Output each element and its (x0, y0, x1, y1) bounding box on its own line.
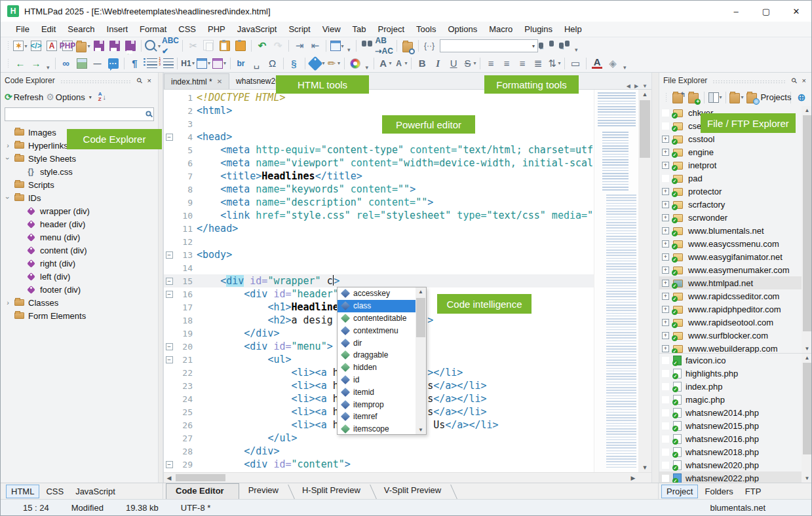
italic-icon[interactable]: I (431, 56, 445, 71)
options-label[interactable]: Options (56, 92, 85, 102)
menu-project[interactable]: Project (372, 22, 410, 37)
expand-plus-icon[interactable]: + (662, 319, 669, 326)
folder-inetprot[interactable]: +✓inetprot (659, 158, 812, 172)
tab-preview[interactable]: Preview (239, 483, 293, 499)
decrease-font-icon[interactable]: A▾ (393, 56, 408, 71)
search-input[interactable] (5, 110, 145, 119)
autocomplete-item-dir[interactable]: dir (338, 337, 416, 349)
autocomplete-scrollbar[interactable]: ▲ ▼ (416, 287, 426, 434)
tab-code-editor[interactable]: Code Editor (166, 483, 239, 499)
tree-item-footer-div-[interactable]: footer (div) (1, 283, 158, 296)
code-line-10[interactable]: 10 <link href="style.css" rel="styleshee… (164, 209, 594, 222)
tree-item-classes[interactable]: ›Classes (1, 296, 158, 309)
dropdown-arrow-icon[interactable]: ▾ (87, 43, 90, 49)
scroll-up-icon[interactable]: ▲ (638, 91, 651, 98)
autocomplete-item-itemref[interactable]: itemref (338, 411, 416, 423)
find-next-icon[interactable] (557, 39, 571, 53)
tree-item-menu-div-[interactable]: menu (div) (1, 230, 158, 244)
expand-plus-icon[interactable]: + (662, 149, 669, 156)
toolbar-overflow-icon[interactable]: ▾ (572, 46, 581, 53)
folder-csstool[interactable]: +✓csstool (659, 132, 812, 145)
minimize-button[interactable]: – (721, 1, 751, 22)
tab-scroll-left-icon[interactable]: ◀ (627, 83, 630, 89)
fold-marker[interactable]: − (164, 134, 174, 141)
text-document-icon[interactable]: A (45, 39, 59, 53)
autocomplete-item-hidden[interactable]: hidden (338, 361, 416, 374)
expand-plus-icon[interactable]: + (662, 201, 669, 208)
dropdown-arrow-icon[interactable]: ▾ (338, 60, 340, 66)
toolbar-overflow-icon[interactable]: ▾ (345, 46, 353, 53)
toolbar-overflow-icon[interactable]: ▾ (363, 64, 372, 71)
scroll-down-icon[interactable]: ▼ (416, 427, 426, 433)
open-file-icon[interactable]: ▾ (76, 39, 90, 53)
scroll-up-icon[interactable]: ▲ (802, 355, 812, 361)
tree-item-style-css[interactable]: {}style.css (1, 165, 158, 178)
tree-item-scripts[interactable]: Scripts (1, 178, 158, 191)
script-icon[interactable]: § (287, 56, 301, 71)
fold-marker[interactable]: − (164, 291, 174, 298)
web-upload-icon[interactable]: ⊕ (794, 90, 809, 105)
form-icon[interactable]: ▾ (212, 56, 227, 71)
pin-icon[interactable]: ⚲ (132, 74, 146, 88)
expand-plus-icon[interactable]: + (662, 188, 669, 195)
heading-icon[interactable]: H1▾ (181, 56, 195, 71)
code-line-4[interactable]: −4<head> (164, 130, 594, 143)
folder-pad[interactable]: ✓pad (659, 172, 812, 185)
expand-plus-icon[interactable]: + (662, 136, 669, 143)
find-icon[interactable] (360, 39, 374, 53)
code-line-6[interactable]: 6 <meta name="viewport" content="width=d… (164, 157, 594, 170)
dropdown-arrow-icon[interactable]: ▾ (405, 60, 408, 66)
code-line-2[interactable]: 2<html> (164, 104, 594, 117)
code-line-7[interactable]: 7 <title>Headlines</title> (164, 170, 594, 183)
folders-icon[interactable]: ▾ (729, 90, 744, 105)
file-whatsnew2016-php[interactable]: ✓whatsnew2016.php (659, 432, 812, 445)
pin-icon[interactable]: ⚲ (787, 74, 801, 88)
toolbar-grip[interactable] (665, 92, 667, 103)
dropdown-arrow-icon[interactable]: ▾ (720, 94, 722, 100)
dropdown-arrow-icon[interactable]: ▾ (223, 60, 226, 66)
expander-icon[interactable]: › (3, 194, 12, 202)
numbered-list-icon[interactable] (159, 56, 174, 71)
expand-plus-icon[interactable]: + (662, 162, 669, 169)
folders-scrollbar[interactable]: ▲ ▼ (802, 106, 812, 353)
folder-www-blumentals-net[interactable]: +✓www.blumentals.net (659, 224, 812, 237)
menu-javascript[interactable]: JavaScript (231, 22, 283, 37)
sort-icon[interactable]: AZ (98, 92, 102, 102)
folder-www-rapidseotool-com[interactable]: +✓www.rapidseotool.com (659, 316, 812, 329)
menu-format[interactable]: Format (134, 22, 172, 37)
undo-icon[interactable]: ↶ (255, 39, 269, 53)
file-magic-php[interactable]: ✓magic.php (659, 393, 812, 406)
replace-icon[interactable]: AB ⇢AC (376, 39, 393, 53)
menu-tab[interactable]: Tab (347, 22, 372, 37)
expand-plus-icon[interactable]: + (662, 306, 669, 313)
file-whatsnew2020-php[interactable]: ✓whatsnew2020.php (659, 458, 812, 471)
menu-view[interactable]: View (317, 22, 347, 37)
file-highlights-php[interactable]: ✓highlights.php (659, 367, 812, 380)
scroll-down-icon[interactable]: ▼ (802, 475, 812, 481)
panel-drag-handle[interactable] (712, 80, 784, 83)
toolbar-grip[interactable] (7, 41, 10, 51)
menu-macro[interactable]: Macro (483, 22, 518, 37)
editor-horizontal-scrollbar[interactable]: ◀ ▶ (164, 472, 651, 483)
expand-plus-icon[interactable]: + (662, 227, 669, 234)
expander-icon[interactable]: › (3, 141, 12, 149)
scroll-down-icon[interactable]: ▼ (638, 464, 651, 471)
save-all-icon[interactable] (107, 39, 122, 53)
tab-scroll-right-icon[interactable]: ▶ (634, 83, 638, 89)
autocomplete-item-itemscope[interactable]: itemscope (338, 423, 416, 434)
table-icon[interactable]: ▾ (197, 56, 211, 71)
refresh-label[interactable]: Refresh (14, 92, 44, 102)
panel-layout-icon[interactable]: ▾ (330, 39, 344, 53)
find-in-files-icon[interactable] (400, 39, 415, 53)
scroll-down-icon[interactable]: ▼ (802, 346, 812, 352)
tree-item-header-div-[interactable]: header (div) (1, 217, 158, 230)
menu-help[interactable]: Help (558, 22, 588, 37)
nbsp-icon[interactable]: ␣ (250, 56, 264, 71)
scroll-up-icon[interactable]: ▲ (802, 107, 812, 113)
save-upload-icon[interactable] (123, 39, 138, 53)
code-line-9[interactable]: 9 <meta name="description" content=""> (164, 196, 594, 209)
file-whatsnew2018-php[interactable]: ✓whatsnew2018.php (659, 445, 812, 458)
new-document-icon[interactable]: ✶▾ (13, 39, 28, 53)
folder-www-webuilderapp-com[interactable]: +✓www.webuilderapp.com (659, 342, 812, 354)
folder-www-rapidcsseditor-com[interactable]: +✓www.rapidcsseditor.com (659, 289, 812, 303)
